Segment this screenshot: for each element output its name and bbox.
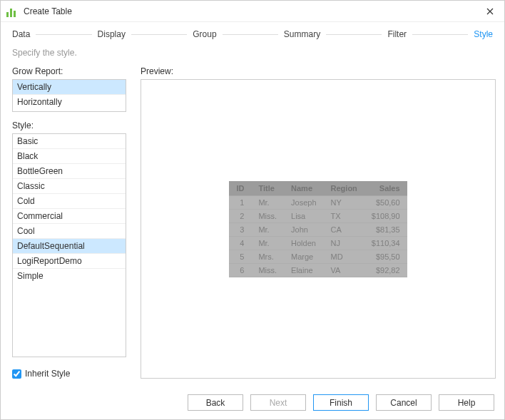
help-button[interactable]: Help: [439, 394, 494, 411]
cell-sales: $110,34: [364, 236, 407, 250]
cell-sales: $95,50: [364, 250, 407, 263]
grow-option-vertically[interactable]: Vertically: [13, 80, 126, 95]
style-listbox[interactable]: Basic Black BottleGreen Classic Cold Com…: [12, 133, 126, 357]
style-option-cold[interactable]: Cold: [13, 194, 126, 209]
cell-title: Mr.: [251, 222, 284, 236]
style-option-simple[interactable]: Simple: [13, 269, 126, 283]
table-row: 3 Mr. John CA $81,35: [229, 222, 407, 236]
cancel-button[interactable]: Cancel: [376, 394, 432, 411]
preview-col-sales: Sales: [364, 181, 407, 196]
cell-id: 6: [229, 263, 251, 277]
left-column: Grow Report: Vertically Horizontally Sty…: [12, 66, 126, 379]
grow-listbox[interactable]: Vertically Horizontally: [12, 79, 126, 112]
cell-id: 1: [229, 195, 251, 209]
grow-option-horizontally[interactable]: Horizontally: [13, 95, 126, 109]
cell-region: MD: [324, 250, 364, 263]
create-table-dialog: Create Table Data Display Group Summary …: [0, 0, 505, 420]
cell-name: Marge: [284, 250, 323, 263]
cell-region: CA: [324, 222, 364, 236]
inherit-style-row[interactable]: Inherit Style: [12, 369, 126, 379]
preview-col-title: Title: [251, 181, 284, 196]
cell-title: Mr.: [251, 236, 284, 250]
cell-id: 3: [229, 222, 251, 236]
next-button: Next: [250, 394, 306, 411]
wizard-steps: Data Display Group Summary Filter Style: [1, 22, 504, 45]
step-divider: [412, 34, 468, 35]
grow-label: Grow Report:: [12, 66, 126, 76]
cell-region: TX: [324, 209, 364, 222]
cell-id: 4: [229, 236, 251, 250]
table-row: 1 Mr. Joseph NY $50,60: [229, 195, 407, 209]
step-group[interactable]: Group: [193, 29, 216, 39]
titlebar: Create Table: [1, 1, 504, 22]
cell-sales: $108,90: [364, 209, 407, 222]
right-column: Preview: ID Title Name Region Sales: [141, 66, 496, 379]
main-area: Grow Report: Vertically Horizontally Sty…: [1, 66, 504, 387]
cell-title: Miss.: [251, 263, 284, 277]
cell-sales: $92,82: [364, 263, 407, 277]
cell-region: VA: [324, 263, 364, 277]
preview-box: ID Title Name Region Sales 1 Mr. Joseph: [141, 79, 496, 379]
app-icon: [6, 6, 18, 17]
style-option-bottlegreen[interactable]: BottleGreen: [13, 164, 126, 179]
window-title: Create Table: [24, 6, 481, 16]
cell-title: Mrs.: [251, 250, 284, 263]
inherit-style-checkbox[interactable]: [12, 369, 21, 379]
step-divider: [223, 34, 278, 35]
table-row: 6 Miss. Elaine VA $92,82: [229, 263, 407, 277]
cell-name: Holden: [284, 236, 323, 250]
style-option-cool[interactable]: Cool: [13, 224, 126, 239]
cell-title: Miss.: [251, 209, 284, 222]
cell-name: Lisa: [284, 209, 323, 222]
cell-id: 5: [229, 250, 251, 263]
style-option-black[interactable]: Black: [13, 149, 126, 164]
style-option-basic[interactable]: Basic: [13, 134, 126, 149]
step-divider: [326, 34, 382, 35]
step-style[interactable]: Style: [474, 29, 493, 39]
cell-title: Mr.: [251, 195, 284, 209]
step-filter[interactable]: Filter: [387, 29, 407, 39]
step-display[interactable]: Display: [98, 29, 126, 39]
table-row: 4 Mr. Holden NJ $110,34: [229, 236, 407, 250]
inherit-style-label: Inherit Style: [25, 369, 70, 379]
preview-col-id: ID: [229, 181, 251, 196]
step-divider: [131, 34, 187, 35]
preview-label: Preview:: [141, 66, 496, 76]
cell-sales: $50,60: [364, 195, 407, 209]
cell-id: 2: [229, 209, 251, 222]
style-option-defaultsequential[interactable]: DefaultSequential: [13, 239, 126, 254]
table-row: 5 Mrs. Marge MD $95,50: [229, 250, 407, 263]
cell-region: NY: [324, 195, 364, 209]
back-button[interactable]: Back: [188, 394, 243, 411]
close-icon[interactable]: [481, 3, 499, 20]
step-summary[interactable]: Summary: [284, 29, 320, 39]
cell-region: NJ: [324, 236, 364, 250]
preview-col-region: Region: [324, 181, 364, 196]
table-row: 2 Miss. Lisa TX $108,90: [229, 209, 407, 222]
step-data[interactable]: Data: [12, 29, 30, 39]
style-label: Style:: [12, 121, 126, 130]
cell-name: Elaine: [284, 263, 323, 277]
finish-button[interactable]: Finish: [313, 394, 369, 411]
wizard-subtitle: Specify the style.: [1, 45, 504, 66]
preview-header-row: ID Title Name Region Sales: [229, 181, 407, 196]
button-bar: Back Next Finish Cancel Help: [1, 387, 504, 419]
cell-name: Joseph: [284, 195, 323, 209]
cell-sales: $81,35: [364, 222, 407, 236]
style-option-commercial[interactable]: Commercial: [13, 209, 126, 224]
style-option-classic[interactable]: Classic: [13, 179, 126, 194]
preview-table: ID Title Name Region Sales 1 Mr. Joseph: [229, 181, 407, 277]
step-divider: [36, 34, 91, 35]
preview-col-name: Name: [284, 181, 323, 196]
style-option-logireportdemo[interactable]: LogiReportDemo: [13, 254, 126, 269]
cell-name: John: [284, 222, 323, 236]
